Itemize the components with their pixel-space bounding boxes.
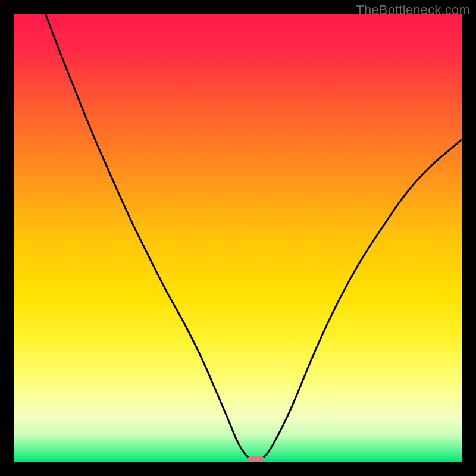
minimum-marker [248,456,264,462]
watermark-text: TheBottleneck.com [356,2,470,18]
gradient-background [14,14,462,462]
plot-area [14,14,462,462]
bottleneck-chart [14,14,462,462]
chart-frame: TheBottleneck.com [0,0,476,476]
